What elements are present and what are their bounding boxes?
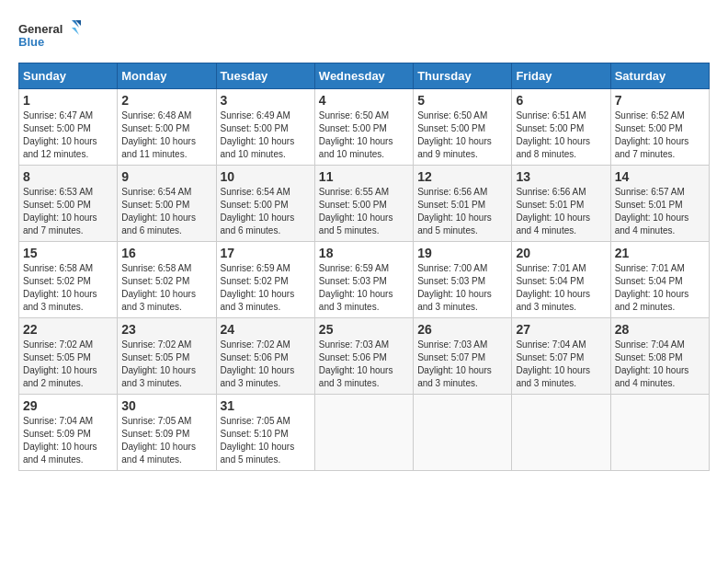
calendar-header-tuesday: Tuesday bbox=[216, 63, 314, 89]
calendar-day-30: 30Sunrise: 7:05 AMSunset: 5:09 PMDayligh… bbox=[118, 395, 216, 471]
day-info: Sunrise: 6:59 AMSunset: 5:02 PMDaylight:… bbox=[221, 262, 311, 314]
calendar-header-monday: Monday bbox=[118, 63, 216, 89]
calendar-day-3: 3Sunrise: 6:49 AMSunset: 5:00 PMDaylight… bbox=[216, 89, 314, 166]
svg-text:Blue: Blue bbox=[18, 35, 44, 49]
calendar-day-22: 22Sunrise: 7:02 AMSunset: 5:05 PMDayligh… bbox=[19, 318, 118, 395]
day-info: Sunrise: 6:50 AMSunset: 5:00 PMDaylight:… bbox=[319, 109, 409, 161]
calendar-empty-cell bbox=[314, 395, 413, 471]
calendar-day-7: 7Sunrise: 6:52 AMSunset: 5:00 PMDaylight… bbox=[610, 89, 709, 166]
calendar-day-5: 5Sunrise: 6:50 AMSunset: 5:00 PMDaylight… bbox=[414, 89, 512, 166]
calendar-table: SundayMondayTuesdayWednesdayThursdayFrid… bbox=[18, 63, 710, 471]
day-info: Sunrise: 7:05 AMSunset: 5:09 PMDaylight:… bbox=[121, 415, 211, 466]
day-number: 25 bbox=[319, 322, 409, 337]
calendar-header-friday: Friday bbox=[512, 63, 610, 89]
svg-marker-4 bbox=[72, 28, 79, 35]
calendar-week-row: 15Sunrise: 6:58 AMSunset: 5:02 PMDayligh… bbox=[19, 242, 710, 318]
calendar-week-row: 8Sunrise: 6:53 AMSunset: 5:00 PMDaylight… bbox=[19, 166, 710, 242]
day-number: 26 bbox=[417, 322, 507, 337]
day-number: 5 bbox=[417, 93, 507, 108]
calendar-day-1: 1Sunrise: 6:47 AMSunset: 5:00 PMDaylight… bbox=[19, 89, 118, 166]
calendar-day-11: 11Sunrise: 6:55 AMSunset: 5:00 PMDayligh… bbox=[314, 166, 413, 242]
day-number: 27 bbox=[516, 322, 606, 337]
day-info: Sunrise: 6:49 AMSunset: 5:00 PMDaylight:… bbox=[221, 109, 311, 161]
day-info: Sunrise: 7:05 AMSunset: 5:10 PMDaylight:… bbox=[221, 415, 311, 466]
day-number: 14 bbox=[615, 169, 705, 184]
calendar-day-17: 17Sunrise: 6:59 AMSunset: 5:02 PMDayligh… bbox=[216, 242, 314, 318]
day-number: 20 bbox=[516, 246, 606, 260]
day-number: 10 bbox=[221, 169, 311, 184]
calendar-empty-cell bbox=[610, 395, 709, 471]
calendar-day-9: 9Sunrise: 6:54 AMSunset: 5:00 PMDaylight… bbox=[118, 166, 216, 242]
calendar-day-24: 24Sunrise: 7:02 AMSunset: 5:06 PMDayligh… bbox=[216, 318, 314, 395]
day-info: Sunrise: 7:02 AMSunset: 5:05 PMDaylight:… bbox=[121, 339, 211, 390]
day-info: Sunrise: 7:02 AMSunset: 5:05 PMDaylight:… bbox=[23, 339, 113, 390]
day-number: 13 bbox=[516, 169, 606, 184]
calendar-week-row: 22Sunrise: 7:02 AMSunset: 5:05 PMDayligh… bbox=[19, 318, 710, 395]
day-number: 29 bbox=[23, 398, 113, 413]
calendar-header-thursday: Thursday bbox=[414, 63, 512, 89]
svg-text:General: General bbox=[18, 22, 63, 36]
calendar-day-4: 4Sunrise: 6:50 AMSunset: 5:00 PMDaylight… bbox=[314, 89, 413, 166]
day-info: Sunrise: 7:03 AMSunset: 5:07 PMDaylight:… bbox=[417, 339, 507, 390]
day-info: Sunrise: 7:04 AMSunset: 5:09 PMDaylight:… bbox=[23, 415, 113, 466]
day-number: 18 bbox=[319, 246, 409, 260]
calendar-day-2: 2Sunrise: 6:48 AMSunset: 5:00 PMDaylight… bbox=[118, 89, 216, 166]
day-number: 24 bbox=[221, 322, 311, 337]
day-info: Sunrise: 6:59 AMSunset: 5:03 PMDaylight:… bbox=[319, 262, 409, 314]
day-number: 22 bbox=[23, 322, 113, 337]
logo-icon: General Blue bbox=[18, 18, 83, 53]
calendar-week-row: 29Sunrise: 7:04 AMSunset: 5:09 PMDayligh… bbox=[19, 395, 710, 471]
day-info: Sunrise: 6:58 AMSunset: 5:02 PMDaylight:… bbox=[121, 262, 211, 314]
day-info: Sunrise: 7:01 AMSunset: 5:04 PMDaylight:… bbox=[615, 262, 705, 314]
day-number: 17 bbox=[221, 246, 311, 260]
page-header: General Blue bbox=[18, 18, 710, 53]
day-info: Sunrise: 6:53 AMSunset: 5:00 PMDaylight:… bbox=[23, 186, 113, 237]
day-info: Sunrise: 7:02 AMSunset: 5:06 PMDaylight:… bbox=[221, 339, 311, 390]
calendar-day-29: 29Sunrise: 7:04 AMSunset: 5:09 PMDayligh… bbox=[19, 395, 118, 471]
day-info: Sunrise: 6:58 AMSunset: 5:02 PMDaylight:… bbox=[23, 262, 113, 314]
calendar-day-26: 26Sunrise: 7:03 AMSunset: 5:07 PMDayligh… bbox=[414, 318, 512, 395]
calendar-day-14: 14Sunrise: 6:57 AMSunset: 5:01 PMDayligh… bbox=[610, 166, 709, 242]
day-number: 21 bbox=[615, 246, 705, 260]
day-number: 12 bbox=[417, 169, 507, 184]
day-info: Sunrise: 7:04 AMSunset: 5:07 PMDaylight:… bbox=[516, 339, 606, 390]
day-number: 6 bbox=[516, 93, 606, 108]
calendar-header-row: SundayMondayTuesdayWednesdayThursdayFrid… bbox=[19, 63, 710, 89]
calendar-day-13: 13Sunrise: 6:56 AMSunset: 5:01 PMDayligh… bbox=[512, 166, 610, 242]
day-info: Sunrise: 7:01 AMSunset: 5:04 PMDaylight:… bbox=[516, 262, 606, 314]
day-info: Sunrise: 6:48 AMSunset: 5:00 PMDaylight:… bbox=[121, 109, 211, 161]
calendar-day-19: 19Sunrise: 7:00 AMSunset: 5:03 PMDayligh… bbox=[414, 242, 512, 318]
day-info: Sunrise: 6:56 AMSunset: 5:01 PMDaylight:… bbox=[516, 186, 606, 237]
day-info: Sunrise: 6:56 AMSunset: 5:01 PMDaylight:… bbox=[417, 186, 507, 237]
day-number: 23 bbox=[121, 322, 211, 337]
day-info: Sunrise: 6:47 AMSunset: 5:00 PMDaylight:… bbox=[23, 109, 113, 161]
day-number: 19 bbox=[417, 246, 507, 260]
calendar-day-15: 15Sunrise: 6:58 AMSunset: 5:02 PMDayligh… bbox=[19, 242, 118, 318]
day-info: Sunrise: 6:54 AMSunset: 5:00 PMDaylight:… bbox=[221, 186, 311, 237]
calendar-day-6: 6Sunrise: 6:51 AMSunset: 5:00 PMDaylight… bbox=[512, 89, 610, 166]
calendar-day-21: 21Sunrise: 7:01 AMSunset: 5:04 PMDayligh… bbox=[610, 242, 709, 318]
calendar-day-8: 8Sunrise: 6:53 AMSunset: 5:00 PMDaylight… bbox=[19, 166, 118, 242]
day-info: Sunrise: 6:52 AMSunset: 5:00 PMDaylight:… bbox=[615, 109, 705, 161]
day-number: 2 bbox=[121, 93, 211, 108]
calendar-header-wednesday: Wednesday bbox=[314, 63, 413, 89]
calendar-day-28: 28Sunrise: 7:04 AMSunset: 5:08 PMDayligh… bbox=[610, 318, 709, 395]
calendar-day-12: 12Sunrise: 6:56 AMSunset: 5:01 PMDayligh… bbox=[414, 166, 512, 242]
day-info: Sunrise: 7:04 AMSunset: 5:08 PMDaylight:… bbox=[615, 339, 705, 390]
calendar-empty-cell bbox=[512, 395, 610, 471]
day-info: Sunrise: 6:54 AMSunset: 5:00 PMDaylight:… bbox=[121, 186, 211, 237]
day-info: Sunrise: 6:55 AMSunset: 5:00 PMDaylight:… bbox=[319, 186, 409, 237]
day-info: Sunrise: 6:50 AMSunset: 5:00 PMDaylight:… bbox=[417, 109, 507, 161]
calendar-day-16: 16Sunrise: 6:58 AMSunset: 5:02 PMDayligh… bbox=[118, 242, 216, 318]
calendar-day-31: 31Sunrise: 7:05 AMSunset: 5:10 PMDayligh… bbox=[216, 395, 314, 471]
day-info: Sunrise: 6:57 AMSunset: 5:01 PMDaylight:… bbox=[615, 186, 705, 237]
day-number: 11 bbox=[319, 169, 409, 184]
logo: General Blue bbox=[18, 18, 83, 53]
day-number: 15 bbox=[23, 246, 113, 260]
day-number: 8 bbox=[23, 169, 113, 184]
calendar-day-20: 20Sunrise: 7:01 AMSunset: 5:04 PMDayligh… bbox=[512, 242, 610, 318]
calendar-week-row: 1Sunrise: 6:47 AMSunset: 5:00 PMDaylight… bbox=[19, 89, 710, 166]
calendar-header-sunday: Sunday bbox=[19, 63, 118, 89]
day-number: 9 bbox=[121, 169, 211, 184]
day-number: 30 bbox=[121, 398, 211, 413]
